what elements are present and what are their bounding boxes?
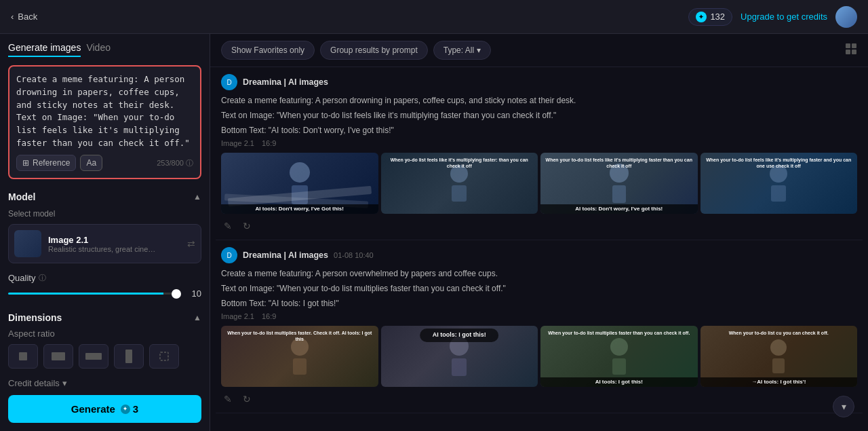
result-prompt-line-2-1: Create a meme featuring: A person overwh… <box>221 267 857 280</box>
result-avatar-2: D <box>221 247 237 263</box>
result-meta: Image 2.1 16:9 <box>221 139 857 147</box>
left-panel: Generate images Video Create a meme feat… <box>0 34 210 431</box>
model-section-title: Model <box>8 191 35 202</box>
image-cell-1[interactable]: AI tools: Don't worry, I've Got this! <box>221 153 378 214</box>
svg-rect-0 <box>19 352 27 360</box>
type-chevron-icon: ▾ <box>477 45 481 55</box>
generate-label: Generate <box>71 403 115 415</box>
back-button[interactable]: ‹ Back <box>11 12 37 22</box>
result-actions-1: ✎ ↻ <box>221 219 857 233</box>
quality-row: Quality ⓘ <box>8 273 201 283</box>
quality-label: Quality <box>8 273 35 283</box>
result-model-2: Image 2.1 <box>221 312 254 320</box>
right-panel-wrapper: Show Favorites only Group results by pro… <box>210 34 868 431</box>
svg-rect-2 <box>85 353 102 360</box>
quality-info-icon: ⓘ <box>39 273 46 283</box>
aspect-btn-landscape[interactable] <box>43 344 73 369</box>
tab-video[interactable]: Video <box>86 42 111 57</box>
prompt-action-buttons: ⊞ Reference Aa <box>16 155 102 171</box>
aspect-landscape-icon <box>51 351 66 362</box>
aspect-btn-portrait[interactable] <box>114 344 144 369</box>
result-prompt-line-2: Text on Image: "When your to-do list fee… <box>221 109 857 121</box>
font-button[interactable]: Aa <box>80 155 102 171</box>
generate-button[interactable]: Generate ✦ 3 <box>8 395 201 423</box>
result-prompt-line-3: Bottom Text: "AI tools: Don't worry, I'v… <box>221 124 857 136</box>
svg-rect-1 <box>52 352 65 360</box>
aspect-btn-square[interactable] <box>8 344 38 369</box>
dimensions-section-header: Dimensions ▲ <box>8 312 201 323</box>
prompt-textarea[interactable]: Create a meme featuring: A person drowni… <box>16 73 193 148</box>
generate-credits-value: 3 <box>133 403 138 415</box>
credit-details-label: Credit details <box>8 378 60 388</box>
model-info: Image 2.1 Realistic structures, great ci… <box>48 235 180 253</box>
result-source: Dreamina | AI images <box>243 77 328 87</box>
model-thumbnail <box>14 230 41 257</box>
aspect-btn-wide[interactable] <box>79 344 108 369</box>
favorites-button[interactable]: Show Favorites only <box>221 41 315 60</box>
model-chevron-icon: ▲ <box>193 192 201 202</box>
image-overlay-top-7: When your to-do list multiplies faster t… <box>540 329 698 337</box>
quality-slider-container: 10 <box>8 288 201 299</box>
model-swap-icon[interactable]: ⇄ <box>187 238 195 249</box>
image-overlay-top-5: When your to-do list multiplies faster. … <box>221 329 378 343</box>
type-label: Type: All <box>443 45 474 55</box>
regenerate-button-2[interactable]: ↻ <box>240 392 254 406</box>
svg-rect-5 <box>846 43 850 48</box>
image-cell-6[interactable]: AI tools: I got this! <box>381 326 538 387</box>
dimensions-chevron-icon: ▲ <box>193 313 201 322</box>
tab-row: Generate images Video <box>8 42 201 57</box>
gallery-view-button[interactable] <box>845 43 857 58</box>
image-cell-2[interactable]: When yo-do list feels like it's multiply… <box>381 153 538 214</box>
image-overlay-text-8: →AI tools: I got this'! <box>701 377 858 387</box>
upgrade-button[interactable]: Upgrade to get credits <box>741 12 827 22</box>
image-overlay-top-8: When your to-do list cu you can check it… <box>701 329 858 337</box>
svg-rect-6 <box>852 43 856 48</box>
scroll-down-button[interactable]: ▾ <box>833 396 854 417</box>
quality-slider[interactable] <box>8 293 181 295</box>
result-group-header: D Dreamina | AI images <box>221 74 857 90</box>
topbar: ‹ Back ✦ 132 Upgrade to get credits <box>0 0 868 34</box>
edit-result-button-2[interactable]: ✎ <box>221 392 235 406</box>
user-avatar[interactable] <box>835 6 857 28</box>
reference-button[interactable]: ⊞ Reference <box>16 155 76 171</box>
result-prompt-line-2-2: Text on Image: "When your to-do list mul… <box>221 282 857 295</box>
font-label: Aa <box>86 158 96 168</box>
credits-icon: ✦ <box>696 12 707 22</box>
image-cell-5[interactable]: When your to-do list multiplies faster. … <box>221 326 378 387</box>
aspect-btn-custom[interactable] <box>149 344 179 369</box>
result-group-header-2: D Dreamina | AI images 01-08 10:40 <box>221 247 857 263</box>
image-cell-7[interactable]: When your to-do list multiplies faster t… <box>540 326 698 387</box>
image-overlay-top-4: When your to-do list feels like it's mul… <box>701 155 858 170</box>
char-count-value: 253 <box>157 159 169 167</box>
type-select[interactable]: Type: All ▾ <box>433 41 491 60</box>
model-section-header: Model ▲ <box>8 191 201 202</box>
results-toolbar: Show Favorites only Group results by pro… <box>210 34 868 67</box>
group-results-button[interactable]: Group results by prompt <box>320 41 428 60</box>
dimensions-title: Dimensions <box>8 312 62 323</box>
image-cell-3[interactable]: When your to-do list feels like it's mul… <box>540 153 698 214</box>
results-scroll[interactable]: D Dreamina | AI images Create a meme fea… <box>210 67 868 431</box>
char-max-value: 800 <box>172 159 184 167</box>
result-prompt-line-2-3: Bottom Text: "AI tools: I got this!" <box>221 297 857 310</box>
edit-result-button-1[interactable]: ✎ <box>221 219 235 233</box>
result-prompt-line-1: Create a meme featuring: A person drowni… <box>221 94 857 107</box>
image-bubble-6: AI tools: I got this! <box>420 329 498 342</box>
image-overlay-text-7: AI tools: I got this! <box>540 377 698 387</box>
result-ratio-2: 16:9 <box>262 312 276 320</box>
regenerate-button-1[interactable]: ↻ <box>240 219 254 233</box>
credit-details-chevron-icon: ▾ <box>62 378 67 388</box>
image-cell-4[interactable]: When your to-do list feels like it's mul… <box>701 153 858 214</box>
image-overlay-text-1: AI tools: Don't worry, I've Got this! <box>221 204 378 214</box>
back-arrow-icon: ‹ <box>11 12 14 22</box>
result-avatar: D <box>221 74 237 90</box>
result-actions-2: ✎ ↻ <box>221 392 857 406</box>
aspect-custom-icon <box>158 350 170 362</box>
tab-generate-images[interactable]: Generate images <box>8 42 81 57</box>
quality-value: 10 <box>188 288 201 299</box>
image-grid-1: AI tools: Don't worry, I've Got this! Wh… <box>221 153 857 214</box>
credit-details-row[interactable]: Credit details ▾ <box>8 378 201 388</box>
result-model: Image 2.1 <box>221 139 254 147</box>
image-cell-8[interactable]: When your to-do list cu you can check it… <box>701 326 858 387</box>
gallery-icon <box>845 43 857 55</box>
model-card[interactable]: Image 2.1 Realistic structures, great ci… <box>8 224 201 263</box>
